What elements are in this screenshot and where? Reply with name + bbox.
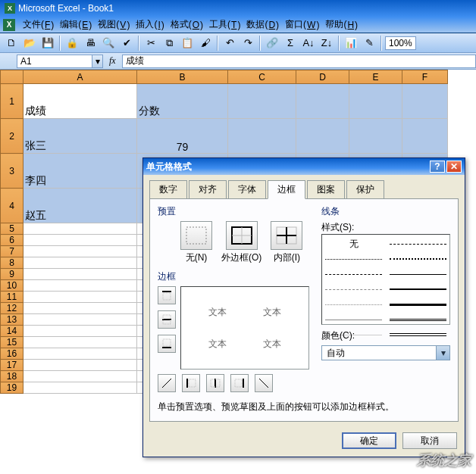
cell-A6[interactable] (23, 235, 137, 246)
menu-w[interactable]: 窗口(W) (282, 17, 322, 33)
preset-inside[interactable]: 内部(I) (271, 221, 302, 264)
hyperlink-button[interactable]: 🔗 (264, 35, 280, 51)
cell-A7[interactable] (23, 246, 137, 257)
name-box[interactable]: A1 (17, 55, 92, 68)
row-header-1[interactable]: 1 (1, 84, 23, 119)
menu-t[interactable]: 工具(T) (206, 17, 243, 33)
color-dropdown[interactable]: 自动 ▾ (321, 345, 450, 360)
col-header-D[interactable]: D (296, 70, 349, 84)
row-header-14[interactable]: 14 (1, 326, 23, 337)
chart-button[interactable]: 📊 (343, 35, 359, 51)
cell-A16[interactable] (23, 348, 137, 360)
row-header-2[interactable]: 2 (1, 119, 23, 154)
cell-B1[interactable]: 分数 (137, 84, 228, 119)
cell-A18[interactable] (23, 371, 137, 382)
row-header-11[interactable]: 11 (1, 292, 23, 303)
border-diag-down-button[interactable] (255, 374, 273, 392)
line-style-list[interactable]: 无 (321, 234, 450, 325)
row-header-6[interactable]: 6 (1, 235, 23, 246)
cell-A8[interactable] (23, 257, 137, 269)
row-header-10[interactable]: 10 (1, 280, 23, 292)
cell-B2[interactable]: 79 (137, 119, 228, 154)
col-header-B[interactable]: B (137, 70, 228, 84)
cell-A12[interactable] (23, 303, 137, 314)
col-header-C[interactable]: C (228, 70, 296, 84)
row-header-15[interactable]: 15 (1, 337, 23, 348)
cell-A14[interactable] (23, 326, 137, 337)
cell-D1[interactable] (296, 84, 349, 119)
col-header-E[interactable]: E (349, 70, 402, 84)
system-menu-icon[interactable]: X (3, 19, 15, 31)
row-header-7[interactable]: 7 (1, 246, 23, 257)
row-header-9[interactable]: 9 (1, 269, 23, 280)
col-header-F[interactable]: F (402, 70, 448, 84)
drawing-button[interactable]: ✎ (361, 35, 377, 51)
print-button[interactable]: 🖶 (82, 35, 99, 51)
menu-i[interactable]: 插入(I) (133, 17, 167, 33)
menu-v[interactable]: 视图(V) (95, 17, 133, 33)
row-header-13[interactable]: 13 (1, 314, 23, 326)
cell-F2[interactable] (402, 119, 448, 154)
cell-A11[interactable] (23, 292, 137, 303)
cell-C1[interactable] (228, 84, 296, 119)
cell-A1[interactable]: 成绩 (23, 84, 137, 119)
select-all-button[interactable] (1, 70, 23, 84)
ok-button[interactable]: 确定 (342, 432, 396, 449)
menu-h[interactable]: 帮助(H) (322, 17, 361, 33)
cell-F1[interactable] (402, 84, 448, 119)
border-bottom-button[interactable] (158, 335, 176, 353)
border-preview[interactable]: 文本 文本 文本 文本 (180, 286, 309, 370)
dialog-help-button[interactable]: ? (430, 161, 445, 173)
dialog-titlebar[interactable]: 单元格格式 ? ✕ (143, 158, 465, 175)
cell-A4[interactable]: 赵五 (23, 189, 137, 223)
cell-C2[interactable] (228, 119, 296, 154)
spelling-button[interactable]: ✔ (118, 35, 135, 51)
cancel-button[interactable]: 取消 (402, 432, 457, 449)
border-top-button[interactable] (158, 286, 176, 304)
row-header-8[interactable]: 8 (1, 257, 23, 269)
cell-A15[interactable] (23, 337, 137, 348)
row-header-5[interactable]: 5 (1, 223, 23, 235)
permission-button[interactable]: 🔒 (64, 35, 80, 51)
border-vmid-button[interactable] (206, 374, 224, 392)
cell-A9[interactable] (23, 269, 137, 280)
fx-icon[interactable]: fx (109, 55, 116, 67)
row-header-12[interactable]: 12 (1, 303, 23, 314)
copy-button[interactable]: ⧉ (161, 35, 177, 51)
menu-f[interactable]: 文件(F) (20, 17, 57, 33)
menu-e[interactable]: 编辑(E) (57, 17, 95, 33)
cell-A5[interactable] (23, 223, 137, 235)
preset-none[interactable]: 无(N) (180, 221, 212, 264)
autosum-button[interactable]: Σ (282, 35, 299, 51)
row-header-4[interactable]: 4 (1, 189, 23, 223)
border-diag-up-button[interactable] (158, 374, 176, 392)
paste-button[interactable]: 📋 (179, 35, 196, 51)
row-header-18[interactable]: 18 (1, 371, 23, 382)
cell-A13[interactable] (23, 314, 137, 326)
cell-A3[interactable]: 李四 (23, 154, 137, 189)
tab-0[interactable]: 数字 (149, 180, 187, 199)
dialog-close-button[interactable]: ✕ (446, 161, 462, 173)
menu-o[interactable]: 格式(O) (168, 17, 206, 33)
border-right-button[interactable] (230, 374, 249, 392)
col-header-A[interactable]: A (23, 70, 137, 84)
cell-A17[interactable] (23, 360, 137, 371)
formula-bar[interactable]: 成绩 (122, 55, 476, 68)
cell-A10[interactable] (23, 280, 137, 292)
border-hmid-button[interactable] (158, 310, 176, 329)
menu-d[interactable]: 数据(D) (243, 17, 282, 33)
undo-button[interactable]: ↶ (221, 35, 238, 51)
save-button[interactable]: 💾 (39, 35, 56, 51)
cell-D2[interactable] (296, 119, 349, 154)
new-button[interactable]: 🗋 (3, 35, 20, 51)
tab-5[interactable]: 保护 (346, 180, 384, 199)
row-header-3[interactable]: 3 (1, 154, 23, 189)
open-button[interactable]: 📂 (21, 35, 38, 51)
cell-A2[interactable]: 张三 (23, 119, 137, 154)
print-preview-button[interactable]: 🔍 (100, 35, 117, 51)
format-painter-button[interactable]: 🖌 (197, 35, 214, 51)
cell-E2[interactable] (349, 119, 402, 154)
sort-desc-button[interactable]: Z↓ (318, 35, 335, 51)
preset-outline[interactable]: 外边框(O) (221, 221, 261, 264)
tab-1[interactable]: 对齐 (189, 180, 227, 199)
